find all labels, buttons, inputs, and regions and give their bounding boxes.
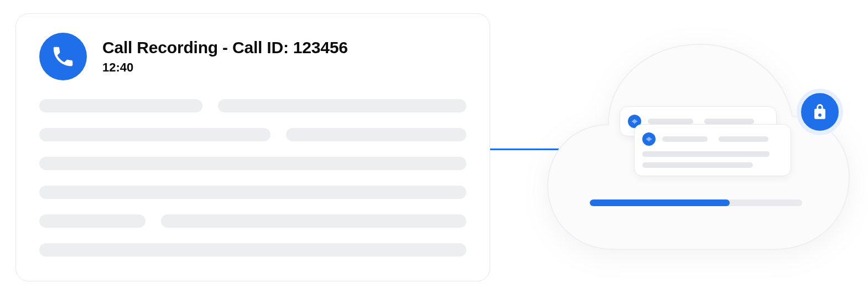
placeholder-bar <box>662 136 708 142</box>
placeholder-bar <box>642 151 770 157</box>
transcript-placeholder <box>39 99 466 257</box>
placeholder-bar <box>39 99 202 112</box>
audio-wave-icon <box>642 132 656 146</box>
placeholder-bar <box>39 214 145 228</box>
secure-cloud <box>542 28 852 266</box>
mini-card-front <box>634 124 791 176</box>
phone-icon <box>39 33 87 80</box>
call-time: 12:40 <box>102 60 348 75</box>
placeholder-bar <box>719 136 768 142</box>
upload-progress <box>590 199 802 206</box>
placeholder-bar <box>39 243 466 257</box>
call-title: Call Recording - Call ID: 123456 <box>102 38 348 57</box>
call-recording-card: Call Recording - Call ID: 123456 12:40 <box>15 13 490 281</box>
placeholder-bar <box>286 128 466 141</box>
placeholder-bar <box>39 186 466 199</box>
placeholder-bar <box>161 214 466 228</box>
placeholder-bar <box>648 119 693 124</box>
placeholder-bar <box>39 128 271 141</box>
upload-progress-fill <box>590 199 730 206</box>
call-header: Call Recording - Call ID: 123456 12:40 <box>39 33 466 80</box>
placeholder-bar <box>218 99 466 112</box>
placeholder-bar <box>704 119 754 124</box>
placeholder-bar <box>642 162 753 168</box>
lock-icon <box>797 89 843 135</box>
placeholder-bar <box>39 157 466 170</box>
